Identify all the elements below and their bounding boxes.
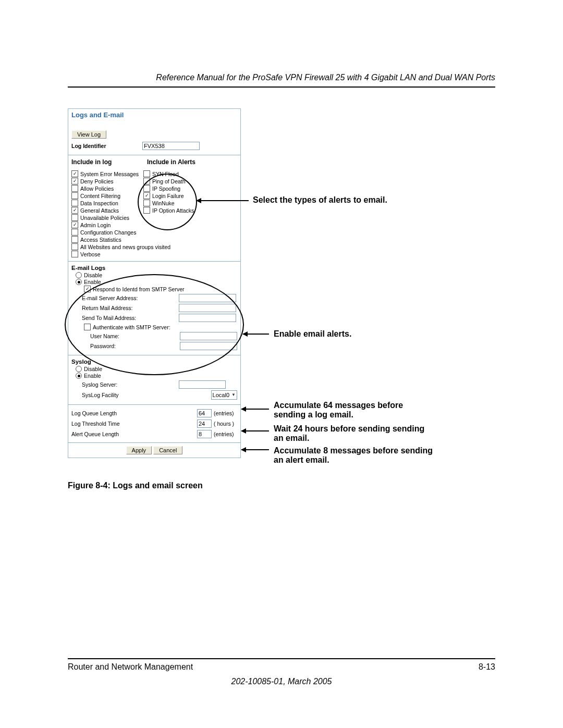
email-logs-header: E-mail Logs [71, 265, 237, 271]
logs-email-panel: Logs and E-mail View Log Log Identifier … [68, 108, 241, 458]
alert-queue-input[interactable] [197, 430, 212, 438]
checkbox[interactable] [71, 170, 78, 177]
syslog-enable-radio[interactable] [76, 373, 82, 379]
alert-checks-column: SYN Flood Ping of Death IP Spoofing Logi… [143, 170, 237, 258]
include-in-log-header: Include in log [71, 158, 137, 166]
checkbox[interactable] [71, 185, 78, 192]
log-identifier-input[interactable] [142, 142, 200, 150]
callout-text: Enable email alerts. [274, 329, 351, 339]
checkbox[interactable] [143, 170, 150, 177]
checkbox[interactable] [143, 192, 150, 199]
log-checks-column: System Error Messages Deny Policies Allo… [71, 170, 138, 258]
arrow-icon [197, 200, 249, 201]
footer-page-number: 8-13 [479, 662, 495, 672]
checkbox[interactable] [71, 236, 78, 243]
checkbox[interactable] [71, 243, 78, 250]
smtp-pass-input[interactable] [180, 342, 237, 350]
page-footer: Router and Network Management 8-13 [68, 658, 495, 672]
syslog-facility-select[interactable]: Local0 [211, 390, 237, 400]
checkbox[interactable] [71, 214, 78, 221]
send-to-input[interactable] [179, 314, 236, 322]
footer-docnum: 202-10085-01, March 2005 [68, 677, 495, 686]
email-enable-radio[interactable] [76, 279, 82, 285]
log-queue-input[interactable] [197, 409, 212, 417]
checkbox[interactable] [71, 229, 78, 236]
checkbox[interactable] [143, 178, 150, 184]
arrow-icon [241, 449, 269, 450]
figure-area: Logs and E-mail View Log Log Identifier … [68, 108, 495, 484]
callout-text: Select the types of alerts to email. [253, 195, 387, 205]
auth-smtp-checkbox[interactable] [84, 324, 91, 330]
respond-identd-checkbox[interactable] [84, 286, 91, 292]
checkbox[interactable] [71, 200, 78, 206]
return-mail-input[interactable] [179, 304, 236, 312]
checkbox[interactable] [143, 185, 150, 192]
syslog-disable-radio[interactable] [76, 366, 82, 372]
arrow-icon [241, 430, 269, 431]
checkbox[interactable] [143, 207, 150, 214]
callout-text: Accumulate 64 messages before sending a … [274, 401, 435, 419]
checkbox[interactable] [71, 178, 78, 184]
apply-button[interactable]: Apply [126, 446, 152, 454]
callout-text: Wait 24 hours before sending sending an … [274, 424, 435, 443]
checkbox[interactable] [71, 251, 78, 257]
log-queue-label: Log Queue Length [71, 410, 197, 416]
checkbox[interactable] [71, 192, 78, 199]
syslog-header: Syslog [71, 359, 237, 365]
checkbox[interactable] [71, 207, 78, 214]
footer-left: Router and Network Management [68, 662, 193, 672]
manual-header: Reference Manual for the ProSafe VPN Fir… [68, 73, 495, 88]
include-in-alerts-header: Include in Alerts [147, 158, 195, 166]
alert-queue-label: Alert Queue Length [71, 431, 197, 437]
arrow-icon [243, 334, 269, 335]
email-disable-radio[interactable] [76, 272, 82, 278]
log-threshold-input[interactable] [197, 419, 212, 428]
callout-text: Accumulate 8 messages before sending an … [274, 446, 435, 465]
syslog-server-input[interactable] [179, 380, 226, 389]
figure-caption: Figure 8-4: Logs and email screen [68, 481, 203, 490]
checkbox[interactable] [71, 221, 78, 228]
log-identifier-label: Log Identifier [71, 143, 139, 149]
cancel-button[interactable]: Cancel [153, 446, 182, 454]
view-log-button[interactable]: View Log [71, 130, 106, 139]
arrow-icon [241, 409, 269, 410]
panel-title: Logs and E-mail [68, 109, 240, 120]
log-threshold-label: Log Threshold Time [71, 421, 197, 427]
email-server-input[interactable] [179, 294, 236, 302]
smtp-user-input[interactable] [180, 332, 237, 340]
checkbox[interactable] [143, 200, 150, 206]
